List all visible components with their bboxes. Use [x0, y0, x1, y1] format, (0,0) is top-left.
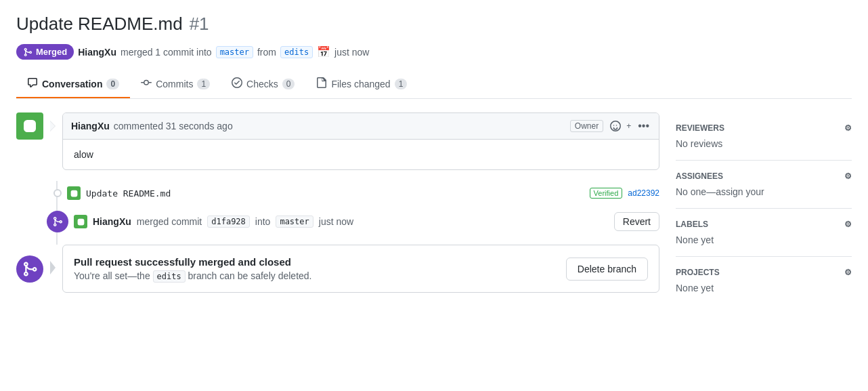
tab-conversation[interactable]: Conversation 0	[16, 70, 130, 98]
tabs-row: Conversation 0 Commits 1 Checks 0 Files …	[16, 70, 852, 99]
reviewers-label: Reviewers ⚙	[676, 123, 852, 133]
commit-timeline-item: Update README.md Verified ad22392	[71, 181, 659, 205]
assignees-label: Assignees ⚙	[676, 171, 852, 181]
labels-label: Labels ⚙	[676, 220, 852, 229]
merge-event-row: HiangXu merged commit d1fa928 into maste…	[71, 205, 659, 238]
comment-header-right: Owner + •••	[570, 119, 651, 133]
verified-badge: Verified	[590, 188, 623, 199]
comment-header: HiangXu commented 31 seconds ago Owner +	[63, 113, 659, 140]
comment-text: alow	[74, 149, 93, 160]
merge-success-box: Pull request successfully merged and clo…	[62, 245, 659, 293]
main-content: HiangXu commented 31 seconds ago Owner +	[16, 112, 659, 306]
commenter-avatar	[16, 112, 43, 140]
comment-body: alow	[63, 140, 659, 169]
merge-commit-icon	[74, 215, 87, 228]
sidebar-labels: Labels ⚙ None yet	[676, 209, 852, 257]
source-branch[interactable]: edits	[280, 46, 313, 58]
sidebar-projects: Projects ⚙ None yet	[676, 257, 852, 304]
delete-branch-button[interactable]: Delete branch	[566, 258, 648, 281]
commit-message[interactable]: Update README.md	[86, 188, 171, 199]
merge-commit-id[interactable]: d1fa928	[207, 215, 250, 228]
merge-success-avatar	[16, 255, 43, 283]
comment-block: HiangXu commented 31 seconds ago Owner +	[16, 112, 659, 170]
assignees-value: No one—assign your	[676, 186, 852, 197]
assignees-gear-icon[interactable]: ⚙	[844, 171, 852, 181]
sidebar-reviewers: Reviewers ⚙ No reviews	[676, 112, 852, 161]
more-options-button[interactable]: •••	[636, 119, 651, 133]
tab-conversation-count: 0	[106, 79, 119, 89]
pr-author: HiangXu	[78, 47, 116, 58]
tab-files-changed-count: 1	[395, 79, 408, 89]
comment-header-left: HiangXu commented 31 seconds ago	[71, 121, 233, 131]
tab-checks-count: 0	[282, 79, 295, 89]
target-branch[interactable]: master	[216, 46, 253, 58]
merge-event-icon	[47, 211, 68, 232]
commit-icon	[67, 186, 81, 200]
pr-action: merged 1 commit into	[121, 47, 212, 58]
merge-author[interactable]: HiangXu	[93, 216, 131, 227]
checks-icon	[232, 77, 242, 90]
merge-into: into	[255, 216, 271, 227]
reviewers-value: No reviews	[676, 138, 852, 149]
conversation-icon	[27, 77, 38, 90]
labels-value: None yet	[676, 234, 852, 245]
tab-files-changed[interactable]: Files changed 1	[305, 70, 418, 98]
merge-success-block: Pull request successfully merged and clo…	[16, 245, 659, 293]
tab-commits-label: Commits	[156, 79, 193, 89]
merge-target-branch[interactable]: master	[276, 215, 313, 228]
commits-icon	[141, 77, 152, 90]
merged-badge: Merged	[16, 44, 74, 60]
merge-success-desc-suffix: branch can be safely deleted.	[188, 270, 312, 281]
tab-files-changed-label: Files changed	[331, 79, 390, 89]
gear-icon[interactable]: ⚙	[844, 123, 852, 133]
pr-number: #1	[190, 14, 209, 35]
owner-badge: Owner	[570, 120, 603, 132]
sidebar-assignees: Assignees ⚙ No one—assign your	[676, 161, 852, 209]
projects-value: None yet	[676, 283, 852, 293]
merged-label: Merged	[36, 47, 67, 57]
merge-icon	[23, 47, 32, 57]
comment-time: commented 31 seconds ago	[114, 121, 233, 131]
merge-action: merged commit	[137, 216, 202, 227]
sidebar: Reviewers ⚙ No reviews Assignees ⚙ No on…	[676, 112, 852, 306]
merge-success-title: Pull request successfully merged and clo…	[74, 256, 311, 268]
merge-success-branch-tag: edits	[153, 270, 186, 283]
comment-author[interactable]: HiangXu	[71, 121, 110, 131]
merge-success-text: Pull request successfully merged and clo…	[74, 256, 311, 281]
tab-commits-count: 1	[197, 79, 210, 89]
projects-gear-icon[interactable]: ⚙	[844, 268, 852, 277]
labels-gear-icon[interactable]: ⚙	[844, 220, 852, 229]
timeline-dot	[53, 189, 62, 197]
merge-success-desc-prefix: You're all set—the	[74, 270, 150, 281]
emoji-button[interactable]	[609, 119, 622, 133]
revert-button[interactable]: Revert	[614, 212, 659, 231]
add-reaction-plus[interactable]: +	[626, 121, 631, 131]
tab-conversation-label: Conversation	[42, 79, 102, 89]
merge-success-description: You're all set—the edits branch can be s…	[74, 270, 311, 281]
pr-title: Update README.md	[16, 14, 183, 35]
merge-success-arrow	[50, 261, 56, 276]
tab-checks-label: Checks	[246, 79, 278, 89]
projects-label: Projects ⚙	[676, 268, 852, 277]
merge-time: just now	[319, 216, 353, 227]
calendar-icon: 📅	[317, 45, 330, 58]
comment-box: HiangXu commented 31 seconds ago Owner +	[62, 112, 659, 170]
pr-time: just now	[334, 47, 369, 58]
tab-commits[interactable]: Commits 1	[130, 70, 221, 98]
files-changed-icon	[316, 77, 327, 90]
from-text: from	[257, 47, 276, 58]
tab-checks[interactable]: Checks 0	[221, 70, 305, 98]
commit-hash[interactable]: ad22392	[628, 188, 659, 198]
